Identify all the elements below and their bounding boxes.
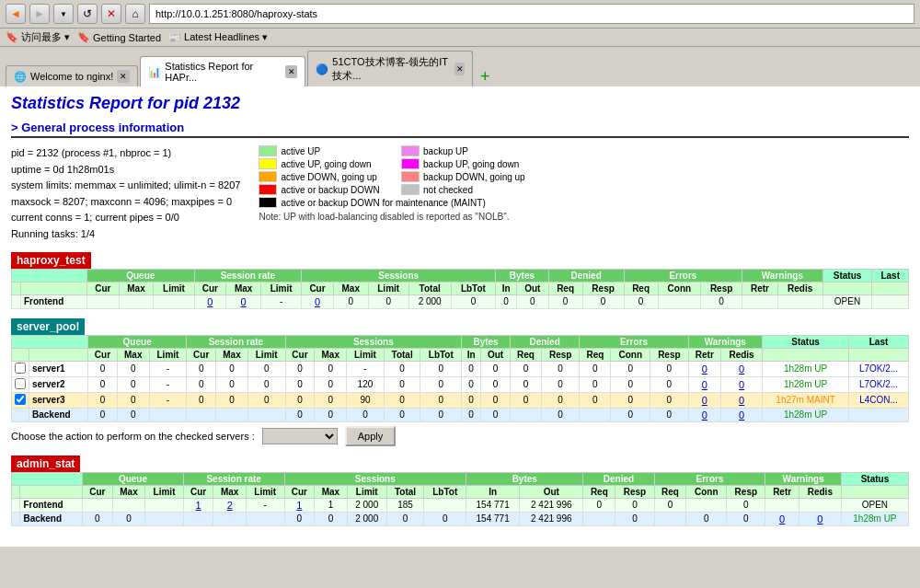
legend-label-active-up: active UP [281,146,320,156]
back-button[interactable]: ◄ [6,4,26,24]
th-sr-limit: Limit [261,282,302,294]
th-denied-sp: Denied [510,335,579,348]
legend-color-backup-down-going-up [401,171,420,182]
tab-favicon: 🔵 [316,63,328,75]
forward-button[interactable]: ► [29,4,50,24]
tab-51cto[interactable]: 🔵 51CTO技术博客-领先的IT技术... ✕ [307,51,473,86]
tab-close-nginx[interactable]: ✕ [117,70,130,83]
th-s-cur: Cur [302,282,334,294]
tab-close-haproxy[interactable]: ✕ [285,65,297,78]
table-row: server3 00- 000 009000 00 00 000 00 1h27… [12,392,909,408]
page-content: Statistics Report for pid 2132 > General… [0,86,920,547]
cb-cell[interactable] [12,361,29,376]
th-as-sr-cur: Cur [183,485,213,498]
server-pool-section: server_pool Queue Session rate Sessions … [11,318,909,446]
cb-cell[interactable] [12,392,29,408]
admin-stat-section-name: admin_stat [11,455,80,472]
th-sp-e-conn: Conn [611,348,650,361]
cb-cell[interactable] [12,376,29,392]
admin-stat-section: admin_stat Queue Session rate Sessions B… [11,455,909,526]
status-cell: 1h27m MAINT [763,392,849,408]
legend-color-active-down-going-up [259,171,277,182]
s-lbtot: 0 [451,294,496,308]
home-button[interactable]: ⌂ [125,4,145,24]
th-sp-s-total: Total [384,348,420,361]
last-cell [849,408,909,421]
d-resp: 0 [582,294,624,308]
legend-color-active-backup-down [259,184,277,195]
info-line1: pid = 2132 (process #1, nbproc = 1) [11,145,240,162]
th-status2 [822,282,872,294]
q-max [119,294,154,308]
th-as-cb [12,485,20,498]
legend-note: Note: UP with load-balancing disabled is… [259,212,524,222]
th-as-d-req: Req [583,485,615,498]
new-tab-button[interactable]: + [475,66,495,86]
th-sessions-as: Sessions [284,472,466,485]
bookmark-started[interactable]: 🔖 Getting Started [77,31,161,43]
th-s-max: Max [333,282,368,294]
apply-button[interactable]: Apply [345,426,397,446]
legend-label-active-backup-down: active or backup DOWN [281,185,379,195]
th-sp-e-resp: Resp [650,348,688,361]
tab-haproxy[interactable]: 📊 Statistics Report for HAPr... ✕ [140,56,305,86]
sr-max: 0 [226,294,261,308]
th-cb [12,282,21,294]
th-d-resp: Resp [582,282,624,294]
legend-active-backup-down: active or backup DOWN [259,184,383,195]
legend-active-down-going-up: active DOWN, going up [259,171,383,182]
s-max: 0 [333,294,368,308]
col-sub-row-as: Cur Max Limit Cur Max Limit Cur Max Limi… [12,485,909,498]
th-sr-sp: Session rate [187,335,285,348]
th-empty-as [12,472,83,485]
th-sp-b-out: Out [481,348,511,361]
process-info: pid = 2132 (process #1, nbproc = 1) upti… [11,145,240,243]
th-sp-b-in: In [462,348,481,361]
stop-button[interactable]: ✕ [101,4,121,24]
server2-checkbox[interactable] [15,378,26,389]
th-errors: Errors [624,269,742,282]
th-last-sp: Last [849,335,909,348]
th-session-rate: Session rate [194,269,302,282]
legend-not-checked: not checked [401,184,525,195]
bookmark-headlines[interactable]: 📰 Latest Headlines ▾ [168,31,268,43]
reload-button[interactable]: ↺ [77,4,98,24]
th-denied: Denied [548,269,624,282]
th-b-out: Out [516,282,548,294]
tab-label: 51CTO技术博客-领先的IT技术... [332,55,451,83]
th-sp-cb [12,348,29,361]
dropdown-button[interactable]: ▼ [53,4,74,24]
row-label: Backend [29,408,88,421]
th-as-q-limit: Limit [145,485,184,498]
address-bar[interactable] [149,4,914,24]
e-req: 0 [624,294,658,308]
tab-nginx[interactable]: 🌐 Welcome to nginx! ✕ [6,65,138,86]
table-row: Frontend 1 2 - 1 12 000185 154 7712 421 … [12,498,909,512]
last-cell: L7OK/2... [849,376,909,392]
th-as-e-resp: Resp [727,485,765,498]
server1-checkbox[interactable] [15,363,26,374]
b-in: 0 [496,294,517,308]
th-as-status [841,485,908,498]
legend-maint: active or backup DOWN for maintenance (M… [259,197,524,208]
th-sp-s-lbtot: LbTot [420,348,462,361]
th-sp-last [849,348,909,361]
th-q-limit: Limit [154,282,194,294]
action-select[interactable]: Set MAINT Set READY Set DRAIN [262,428,338,444]
server3-checkbox[interactable] [15,394,26,405]
info-line2: uptime = 0d 1h28m01s [11,162,240,179]
legend-color-maint [259,197,277,208]
tab-close-51cto[interactable]: ✕ [454,63,465,75]
bookmark-visitmost[interactable]: 🔖 访问最多 ▾ [6,30,70,44]
q-cur [86,294,119,308]
th-sp-e-req: Req [580,348,611,361]
col-sub-row: Cur Max Limit Cur Max Limit Cur Max Limi… [12,282,909,294]
row-label: server2 [29,376,88,392]
th-as-s-limit: Limit [347,485,386,498]
general-info-header: > General process information [11,121,909,138]
haproxy-table: Queue Session rate Sessions Bytes Denied… [11,269,909,309]
table-row: Backend 00 00000 00 0 00 00 1h28m UP [12,408,909,421]
browser-chrome: ◄ ► ▼ ↺ ✕ ⌂ 🔖 访问最多 ▾ 🔖 Getting Started 📰… [0,0,920,86]
row-label: Backend [20,512,83,525]
th-bytes-sp: Bytes [462,335,511,348]
